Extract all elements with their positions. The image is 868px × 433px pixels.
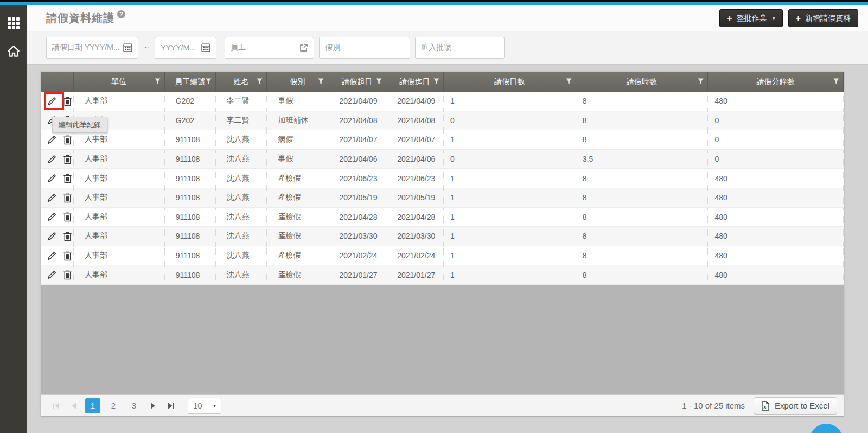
cell-unit: 人事部	[74, 188, 165, 207]
edit-record-icon[interactable]	[46, 172, 58, 185]
import-batch-input[interactable]: 匯入批號	[415, 37, 505, 59]
cell-name: 沈八燕	[216, 169, 267, 188]
cell-end: 2021/02/24	[386, 246, 444, 265]
delete-record-icon[interactable]	[62, 230, 73, 243]
next-page-icon[interactable]	[146, 399, 159, 412]
row-actions-cell	[41, 150, 74, 169]
cell-start: 2021/04/09	[328, 92, 386, 111]
home-icon[interactable]	[7, 44, 21, 59]
column-header[interactable]: 請假迄日	[386, 72, 444, 92]
edit-record-icon[interactable]	[46, 211, 58, 224]
cell-start: 2021/04/07	[328, 130, 386, 149]
help-icon[interactable]: ?	[117, 10, 125, 18]
delete-record-icon[interactable]	[62, 94, 73, 107]
row-actions-cell	[41, 92, 74, 111]
cell-minutes: 0	[708, 130, 844, 149]
table-row: 人事部911108沈八燕產檢假2021/06/232021/06/2318480	[41, 169, 844, 188]
edit-record-icon[interactable]	[46, 152, 58, 165]
delete-record-icon[interactable]	[62, 211, 73, 224]
plus-icon: +	[796, 14, 801, 23]
edit-record-icon[interactable]	[46, 230, 58, 243]
open-lookup-icon[interactable]	[299, 43, 308, 52]
column-header[interactable]: 假別	[267, 72, 328, 92]
cell-days: 0	[444, 150, 576, 169]
delete-record-icon[interactable]	[62, 152, 73, 165]
cell-leave_type: 產檢假	[267, 208, 328, 227]
last-page-icon[interactable]	[164, 399, 177, 412]
edit-record-icon[interactable]	[46, 94, 58, 107]
delete-record-icon[interactable]	[62, 172, 73, 185]
cell-hours: 8	[576, 111, 709, 130]
previous-page-icon[interactable]	[67, 399, 80, 412]
row-actions-cell	[41, 246, 74, 265]
page-number-2[interactable]: 2	[106, 398, 121, 413]
cell-name: 沈八燕	[216, 246, 267, 265]
pager-right: 1 - 10 of 25 items x Export to Excel	[682, 397, 837, 415]
excel-file-icon: x	[761, 401, 770, 411]
employee-input[interactable]: 員工	[225, 37, 314, 59]
export-to-excel-button[interactable]: x Export to Excel	[754, 397, 837, 415]
edit-record-icon[interactable]	[46, 133, 58, 146]
items-count-label: 1 - 10 of 25 items	[682, 401, 745, 410]
delete-record-icon[interactable]	[62, 269, 73, 282]
page-number-1[interactable]: 1	[85, 398, 100, 413]
leave-date-to-input[interactable]: YYYY/M...	[155, 37, 216, 59]
delete-record-icon[interactable]	[62, 191, 73, 204]
cell-leave_type: 事假	[267, 92, 328, 111]
cell-minutes: 480	[708, 92, 844, 111]
cell-unit: 人事部	[74, 265, 165, 284]
cell-start: 2021/05/19	[328, 188, 386, 207]
page-number-3[interactable]: 3	[126, 398, 142, 413]
column-header[interactable]: 姓名	[216, 72, 267, 92]
plus-icon: +	[727, 14, 732, 23]
cell-hours: 3.5	[576, 150, 709, 169]
column-header[interactable]: 請假起日	[328, 72, 386, 92]
cell-end: 2021/01/27	[386, 265, 444, 284]
edit-record-icon[interactable]	[46, 269, 58, 282]
edit-record-icon[interactable]	[46, 191, 58, 204]
delete-record-icon[interactable]	[62, 249, 73, 262]
calendar-icon[interactable]	[123, 43, 132, 52]
edit-record-icon[interactable]	[46, 249, 58, 262]
column-header[interactable]: 請假日數	[444, 72, 576, 92]
pager: 123 10 ▾ 1 - 10 of 25 items x Export to …	[41, 394, 844, 416]
cell-days: 1	[444, 188, 576, 207]
page-size-select[interactable]: 10 ▾	[188, 398, 221, 414]
delete-record-icon[interactable]	[62, 133, 73, 146]
column-header[interactable]: 單位	[74, 72, 165, 92]
grid-header: 單位員工編號姓名假別請假起日請假迄日請假日數請假時數請假分鐘數	[41, 72, 844, 92]
row-actions-cell	[41, 265, 74, 284]
cell-leave_type: 產檢假	[267, 169, 328, 188]
leave-date-to-placeholder: YYYY/M...	[161, 43, 196, 52]
cell-name: 沈八燕	[216, 208, 267, 227]
leave-date-from-input[interactable]: 請假日期 YYYY/M...	[46, 37, 138, 59]
cell-minutes: 480	[708, 246, 844, 265]
column-header[interactable]: 員工編號	[165, 72, 216, 92]
cell-unit: 人事部	[74, 227, 165, 246]
cell-emp_id: G202	[165, 111, 216, 130]
column-header-label: 請假時數	[627, 77, 657, 87]
cell-name: 李二賢	[216, 92, 267, 111]
batch-operations-button[interactable]: + 整批作業 ▾	[719, 9, 782, 27]
apps-grid-icon[interactable]	[8, 17, 20, 29]
cell-name: 李二賢	[216, 111, 267, 130]
row-actions-cell	[41, 130, 74, 149]
cell-days: 0	[444, 111, 576, 130]
cell-emp_id: 911108	[165, 265, 216, 284]
column-header[interactable]: 請假分鐘數	[708, 72, 844, 92]
cell-leave_type: 加班補休	[267, 111, 328, 130]
chevron-down-icon: ▾	[213, 403, 216, 409]
cell-unit: 人事部	[74, 246, 165, 265]
cell-end: 2021/05/19	[386, 188, 444, 207]
batch-operations-label: 整批作業	[737, 14, 767, 23]
first-page-icon[interactable]	[50, 399, 63, 412]
leave-type-input[interactable]: 假別	[319, 37, 410, 59]
filter-bar: 請假日期 YYYY/M... ~ YYYY/M... 員工 假別 匯入批號	[27, 31, 868, 65]
add-leave-button[interactable]: + 新增請假資料	[788, 9, 858, 27]
cell-minutes: 480	[708, 169, 844, 188]
calendar-icon[interactable]	[201, 43, 210, 52]
column-header[interactable]: 請假時數	[576, 72, 709, 92]
cell-hours: 8	[576, 246, 709, 265]
cell-start: 2021/04/28	[328, 208, 386, 227]
cell-leave_type: 事假	[267, 150, 328, 169]
